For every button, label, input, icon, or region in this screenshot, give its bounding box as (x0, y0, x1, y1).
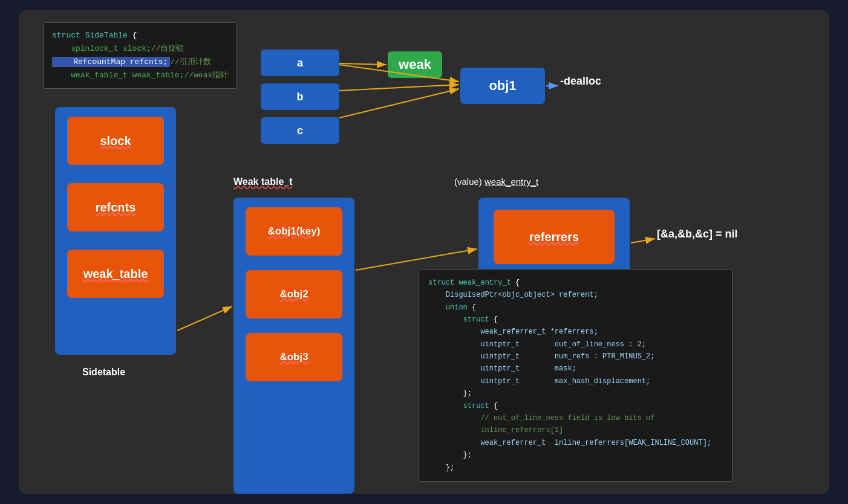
sidetable-label: Sidetable (82, 367, 125, 378)
weaktable-obj1-box: &obj1(key) (246, 207, 342, 256)
code-struct1-kw: struct (428, 315, 494, 324)
svg-line-9 (631, 239, 655, 243)
weakentry-prefix-label: (value) weak_entry_t (454, 176, 538, 187)
code-outline-line: uintptr_t out_of_line_ness : 2; (428, 340, 646, 349)
weaktable-obj3-box: &obj3 (246, 333, 342, 381)
obj-b-box: b (261, 83, 339, 110)
weakentry-title-underline: weak_entry_t (484, 176, 538, 187)
code-line4: weak_table_t weak_table; (52, 71, 184, 80)
sidetable-weaktable-box: weak_table (67, 250, 164, 298)
sidetable-slock-box: slock (67, 117, 164, 165)
code-line2: spinlock_t slock; (52, 44, 151, 53)
sidetable-column: slock refcnts weak_table (55, 107, 176, 355)
obj1-box: obj1 (460, 68, 545, 104)
code-comment4: //weak指针 (184, 71, 228, 80)
weaktable-label: Weak table_t (233, 176, 293, 187)
code-referrers-line: weak_referrer_t *referrers; (428, 328, 598, 336)
code-numrefs-line: uintptr_t num_refs : PTR_MINUS_2; (428, 352, 654, 361)
code-mask-line: uintptr_t mask; (428, 364, 576, 373)
nil-label: [&a,&b,&c] = nil (657, 228, 738, 241)
dealloc-label: -dealloc (560, 75, 601, 88)
main-container: struct SideTable { spinlock_t slock;//自旋… (19, 10, 829, 494)
code-comment2: //自旋锁 (151, 44, 184, 53)
weaktable-column: &obj1(key) &obj2 &obj3 (233, 198, 354, 494)
svg-line-4 (339, 85, 459, 91)
code-struct-keyword-br: struct (428, 279, 454, 287)
svg-line-8 (356, 249, 477, 270)
code-union-close: }; (428, 464, 454, 472)
code-struct1-brace: { (494, 315, 498, 324)
obj-c-box: c (261, 117, 339, 144)
code-weakentry-classname: weak_entry_t (458, 279, 515, 287)
code-comment-outline: // out_of_line_ness field is low bits of (428, 414, 654, 422)
svg-line-7 (177, 306, 232, 331)
code-box-top: struct SideTable { spinlock_t slock;//自旋… (43, 22, 237, 89)
code-referent-line: DisguisedPtr<objc_object> referent; (428, 291, 598, 299)
sidetable-refcnts-box: refcnts (67, 183, 164, 231)
code-brace: { (132, 31, 137, 40)
top-objects-group: a b c (261, 50, 339, 144)
code-inline-referrers-line: weak_referrer_t inline_referrers[WEAK_IN… (428, 439, 711, 447)
code-line3-highlight: RefcountMap refcnts; (52, 57, 170, 67)
obj-a-box: a (261, 50, 339, 76)
code-struct2-brace: { (494, 402, 498, 410)
code-struct2-kw: struct (428, 402, 494, 410)
code-class-name: SideTable (85, 31, 132, 40)
weaktable-obj2-box: &obj2 (246, 270, 342, 318)
code-struct1-close: }; (428, 389, 472, 398)
code-struct2-close: }; (428, 451, 472, 459)
code-box-bottom: struct weak_entry_t { DisguisedPtr<objc_… (418, 269, 732, 482)
code-union-brace: { (472, 303, 476, 312)
code-comment3: //引用计数 (170, 57, 211, 66)
code-brace-br: { (515, 279, 520, 287)
code-union-kw: union (428, 303, 472, 312)
code-struct-keyword: struct (52, 31, 80, 40)
svg-line-2 (339, 63, 386, 65)
code-comment-inline: inline_referrers[1] (428, 426, 563, 435)
svg-line-5 (339, 89, 459, 118)
weak-indicator-box: weak (388, 51, 442, 78)
weakentry-referrers-box: referrers (494, 210, 615, 264)
code-maxhash-line: uintptr_t max_hash_displacement; (428, 377, 650, 386)
